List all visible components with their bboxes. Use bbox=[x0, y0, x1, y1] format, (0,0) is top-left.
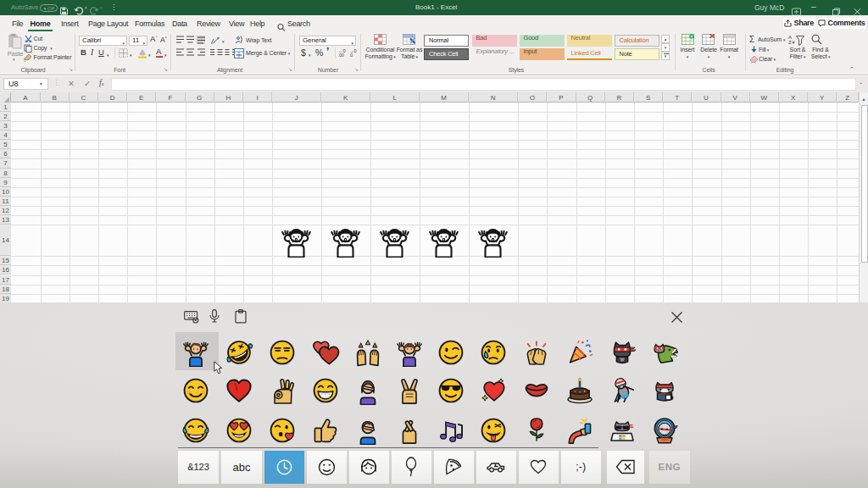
svg-text:.00: .00 bbox=[338, 53, 344, 57]
svg-text:.0: .0 bbox=[349, 53, 353, 57]
